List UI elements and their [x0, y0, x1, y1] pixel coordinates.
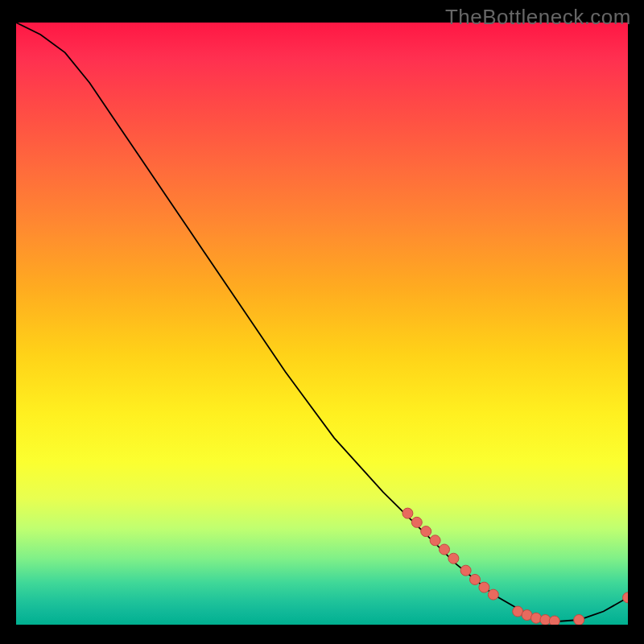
bottleneck-curve: [16, 23, 628, 621]
watermark-text: TheBottleneck.com: [445, 5, 631, 30]
data-point: [531, 613, 542, 623]
data-point: [470, 574, 481, 584]
data-point: [574, 615, 584, 625]
data-point: [421, 526, 431, 537]
data-points-group: [402, 508, 628, 625]
data-point: [460, 565, 471, 576]
data-point: [488, 589, 498, 600]
data-point: [440, 544, 450, 555]
data-point: [549, 616, 559, 625]
data-point: [430, 535, 440, 546]
data-point: [479, 582, 489, 592]
chart-plot-area: [16, 23, 628, 625]
chart-svg: [16, 23, 628, 625]
data-point: [540, 615, 551, 625]
data-point: [448, 553, 459, 564]
data-point: [623, 592, 629, 603]
data-point: [411, 517, 422, 527]
data-point: [402, 508, 413, 518]
